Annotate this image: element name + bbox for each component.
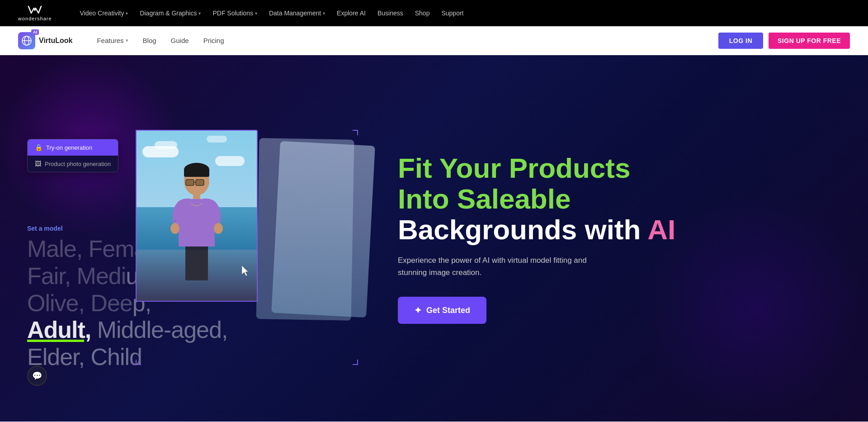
selection-corner-tr bbox=[353, 130, 358, 135]
selection-corner-br bbox=[353, 360, 358, 365]
svg-rect-9 bbox=[186, 180, 194, 185]
nav-pdf-solutions[interactable]: PDF Solutions ▾ bbox=[208, 7, 261, 19]
secondary-nav-items: Features ▾ Blog Guide Pricing bbox=[90, 33, 718, 48]
top-navigation: wondershare Video Creativity ▾ Diagram &… bbox=[0, 0, 868, 26]
model-adult: Adult, bbox=[27, 317, 91, 343]
product-navigation: AI VirtuLook Features ▾ Blog Guide Prici… bbox=[0, 26, 868, 55]
wondershare-logo[interactable]: wondershare bbox=[18, 5, 52, 21]
svg-point-14 bbox=[214, 223, 223, 234]
nav-diagram-graphics[interactable]: Diagram & Graphics ▾ bbox=[135, 7, 205, 19]
ai-badge: AI bbox=[31, 29, 39, 35]
signup-button[interactable]: SIGN UP FOR FREE bbox=[769, 33, 850, 49]
chevron-down-icon: ▾ bbox=[126, 11, 128, 16]
virtulook-brand[interactable]: AI VirtuLook bbox=[18, 32, 72, 49]
nav-support[interactable]: Support bbox=[437, 7, 468, 19]
nav-guide[interactable]: Guide bbox=[165, 33, 195, 48]
ui-card-overlay: 🔒 Try-on generation 🖼 Product photo gene… bbox=[27, 139, 118, 172]
lock-icon: 🔒 bbox=[35, 144, 42, 151]
top-nav-items: Video Creativity ▾ Diagram & Graphics ▾ … bbox=[75, 7, 850, 19]
wondershare-text: wondershare bbox=[18, 16, 52, 21]
person-illustration: ✦ bbox=[137, 131, 257, 301]
main-product-photo: ✦ bbox=[136, 130, 258, 302]
brand-name: VirtuLook bbox=[39, 37, 72, 45]
svg-rect-12 bbox=[185, 199, 208, 249]
nav-business[interactable]: Business bbox=[373, 7, 408, 19]
nav-data-management[interactable]: Data Management ▾ bbox=[264, 7, 330, 19]
background-photo-left bbox=[256, 138, 354, 321]
hero-section: 🔒 Try-on generation 🖼 Product photo gene… bbox=[0, 55, 868, 422]
svg-rect-16 bbox=[185, 247, 208, 280]
nav-pricing[interactable]: Pricing bbox=[197, 33, 231, 48]
selection-corner-bl bbox=[136, 360, 141, 365]
hero-left-content: 🔒 Try-on generation 🖼 Product photo gene… bbox=[27, 121, 353, 356]
chevron-down-icon: ▾ bbox=[198, 11, 201, 16]
hero-right-content: Fit Your Products Into Saleable Backgrou… bbox=[353, 153, 832, 324]
sparkle-icon: ✦ bbox=[414, 305, 422, 316]
nav-features[interactable]: Features ▾ bbox=[90, 33, 134, 48]
chevron-down-icon: ▾ bbox=[126, 38, 128, 43]
hero-subtitle: Experience the power of AI with virtual … bbox=[398, 254, 606, 279]
nav-explore-ai[interactable]: Explore AI bbox=[332, 7, 370, 19]
auth-buttons: LOG IN SIGN UP FOR FREE bbox=[718, 33, 850, 49]
product-photo-generation-item[interactable]: 🖼 Product photo generation bbox=[28, 156, 118, 172]
svg-rect-17 bbox=[185, 247, 208, 250]
svg-point-13 bbox=[170, 223, 179, 234]
chat-bubble[interactable]: 💬 bbox=[27, 366, 47, 386]
svg-rect-5 bbox=[184, 169, 209, 177]
svg-rect-10 bbox=[196, 180, 204, 185]
virtulook-logo-icon: AI bbox=[18, 32, 35, 49]
get-started-button[interactable]: ✦ Get Started bbox=[398, 297, 486, 324]
chat-icon: 💬 bbox=[32, 371, 42, 381]
hero-headline: Fit Your Products Into Saleable Backgrou… bbox=[398, 153, 832, 246]
login-button[interactable]: LOG IN bbox=[718, 33, 763, 49]
try-on-generation-item[interactable]: 🔒 Try-on generation bbox=[28, 139, 118, 156]
selection-corner-tl bbox=[136, 130, 141, 135]
chevron-down-icon: ▾ bbox=[255, 11, 257, 16]
chevron-down-icon: ▾ bbox=[323, 11, 325, 16]
nav-video-creativity[interactable]: Video Creativity ▾ bbox=[75, 7, 133, 19]
image-icon: 🖼 bbox=[35, 160, 41, 167]
svg-text:✦: ✦ bbox=[174, 219, 176, 222]
nav-shop[interactable]: Shop bbox=[410, 7, 434, 19]
nav-blog[interactable]: Blog bbox=[137, 33, 163, 48]
